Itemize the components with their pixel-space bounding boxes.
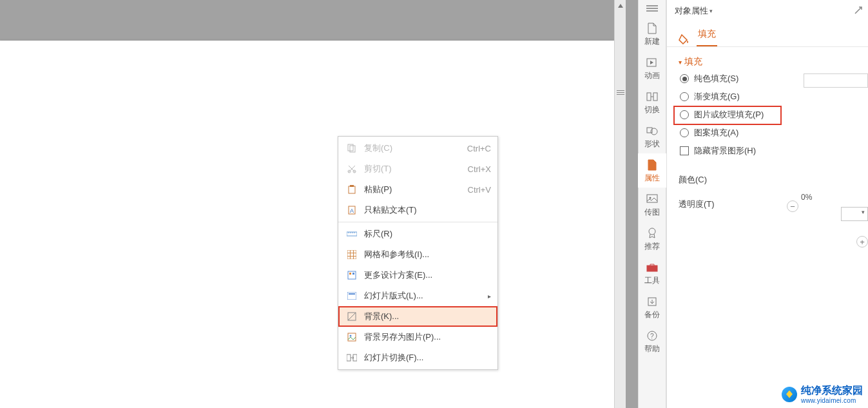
tool-new[interactable]: 新建 <box>638 17 666 51</box>
menu-label: 标尺(R) <box>364 228 491 240</box>
menu-paste-text[interactable]: A 只粘贴文本(T) <box>338 200 497 220</box>
menu-separator <box>338 222 497 222</box>
menu-label: 幻灯片切换(F)... <box>364 352 491 364</box>
transparency-slider[interactable]: − 0% <box>787 197 856 212</box>
color-label: 颜色(C) <box>679 174 856 186</box>
canvas-area <box>0 0 626 408</box>
svg-point-26 <box>649 228 655 235</box>
radio-gradient-fill[interactable]: 渐变填充(G) <box>680 91 856 102</box>
tool-backup[interactable]: 备份 <box>638 290 666 324</box>
cut-icon <box>345 163 359 175</box>
layout-icon <box>345 290 359 302</box>
svg-rect-20 <box>647 93 651 101</box>
svg-rect-4 <box>349 186 355 193</box>
tool-tools[interactable]: 工具 <box>638 256 666 290</box>
svg-point-16 <box>350 335 352 337</box>
toolbar-handle-icon[interactable] <box>639 0 666 17</box>
menu-slide-layout[interactable]: 幻灯片版式(L)... ▸ <box>338 286 497 306</box>
menu-ruler[interactable]: 标尺(R) <box>338 224 497 244</box>
tool-shape[interactable]: 形状 <box>638 119 666 153</box>
new-file-icon <box>647 22 657 35</box>
menu-more-design[interactable]: 更多设计方案(E)... <box>338 265 497 286</box>
tool-transition[interactable]: 切换 <box>638 85 666 119</box>
tool-label: 传图 <box>644 207 660 218</box>
tool-help[interactable]: ? 帮助 <box>638 324 666 358</box>
submenu-arrow-icon: ▸ <box>488 293 491 300</box>
checkbox-label: 隐藏背景图形(H) <box>694 145 756 157</box>
menu-grid[interactable]: 网格和参考线(I)... <box>338 244 497 265</box>
transparency-value: 0% <box>801 193 812 202</box>
transition-icon <box>345 352 359 364</box>
svg-rect-10 <box>349 273 351 275</box>
radio-icon <box>680 74 689 83</box>
scroll-up-arrow[interactable] <box>615 0 626 12</box>
tool-image[interactable]: 传图 <box>638 188 666 222</box>
svg-rect-17 <box>347 355 351 361</box>
menu-label: 粘贴(P) <box>364 184 463 195</box>
radio-label: 渐变填充(G) <box>694 91 740 102</box>
svg-rect-27 <box>647 266 657 271</box>
svg-point-25 <box>650 197 651 199</box>
grid-icon <box>345 249 359 260</box>
svg-rect-9 <box>348 271 356 279</box>
slider-plus-button[interactable]: + <box>856 236 868 248</box>
tool-label: 推荐 <box>644 241 660 252</box>
radio-solid-fill[interactable]: 纯色填充(S) <box>680 73 856 84</box>
background-icon <box>345 311 359 322</box>
tool-label: 帮助 <box>644 344 660 355</box>
context-menu: 复制(C) Ctrl+C 剪切(T) Ctrl+X 粘贴(P) Ctrl+V A… <box>338 136 498 370</box>
transparency-row: 透明度(T) − 0% <box>667 193 868 212</box>
help-icon: ? <box>647 329 657 342</box>
properties-panel: 对象属性 ▾ 填充 ▾ 填充 纯色填充(S) 渐变填充(G) 图 <box>666 0 868 408</box>
menu-save-background[interactable]: 背景另存为图片(P)... <box>338 327 497 347</box>
watermark-logo-icon <box>782 387 797 402</box>
checkbox-hide-background[interactable]: 隐藏背景图形(H) <box>680 145 856 157</box>
tab-row: 填充 <box>667 22 868 47</box>
panel-title-dropdown[interactable]: 对象属性 ▾ <box>667 0 868 22</box>
tool-label: 新建 <box>644 36 660 47</box>
menu-slide-transition[interactable]: 幻灯片切换(F)... <box>338 347 497 368</box>
paste-icon <box>345 184 359 195</box>
menu-label: 只粘贴文本(T) <box>364 204 491 216</box>
watermark: 纯净系统家园 www.yidaimei.com <box>782 384 863 404</box>
menu-paste[interactable]: 粘贴(P) Ctrl+V <box>338 179 497 200</box>
radio-pattern-fill[interactable]: 图案填充(A) <box>680 127 856 139</box>
toolbox-icon <box>646 261 658 274</box>
medal-icon <box>648 227 657 240</box>
collapse-pin-icon[interactable] <box>854 6 863 17</box>
radio-icon <box>680 128 689 137</box>
tool-properties[interactable]: 属性 <box>638 153 666 188</box>
menu-label: 背景(K)... <box>364 311 491 322</box>
menu-label: 网格和参考线(I)... <box>364 249 491 260</box>
paste-text-icon: A <box>345 204 359 216</box>
svg-rect-11 <box>352 273 354 275</box>
scrollbar-vertical[interactable] <box>614 0 626 408</box>
menu-copy: 复制(C) Ctrl+C <box>338 138 497 159</box>
tool-recommend[interactable]: 推荐 <box>638 222 666 256</box>
section-title-fill[interactable]: ▾ 填充 <box>679 56 856 68</box>
slider-minus-button[interactable]: − <box>787 200 798 212</box>
radio-icon <box>680 110 689 119</box>
animation-icon <box>646 56 658 69</box>
theme-icon <box>345 269 359 281</box>
menu-label: 背景另存为图片(P)... <box>364 331 491 343</box>
radio-picture-fill[interactable]: 图片或纹理填充(P) <box>680 109 856 121</box>
panel-title: 对象属性 <box>675 5 708 17</box>
svg-rect-21 <box>653 93 657 101</box>
menu-label: 更多设计方案(E)... <box>364 269 491 281</box>
menu-shortcut: Ctrl+V <box>468 185 491 195</box>
save-image-icon <box>345 331 359 343</box>
menu-label: 幻灯片版式(L)... <box>364 290 488 302</box>
svg-rect-24 <box>647 195 657 202</box>
collapse-arrow-icon: ▾ <box>679 59 682 66</box>
transition-tool-icon <box>646 90 658 103</box>
fill-bucket-icon <box>677 32 691 46</box>
radio-label: 图片或纹理填充(P) <box>694 109 764 121</box>
tool-animation[interactable]: 动画 <box>638 51 666 85</box>
tab-fill[interactable]: 填充 <box>697 26 717 46</box>
menu-shortcut: Ctrl+X <box>468 164 491 174</box>
scroll-marker-icon <box>617 90 624 97</box>
menu-background[interactable]: 背景(K)... <box>338 306 497 327</box>
svg-rect-15 <box>348 333 356 341</box>
slide[interactable] <box>0 41 614 408</box>
